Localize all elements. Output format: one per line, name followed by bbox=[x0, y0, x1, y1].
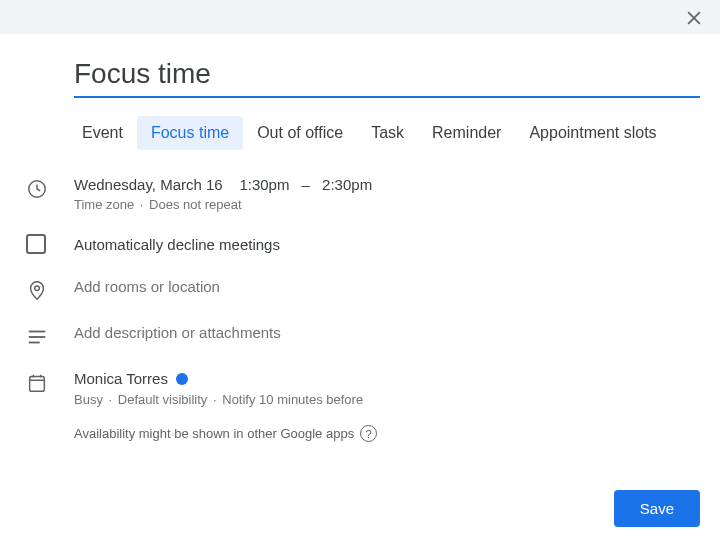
location-placeholder: Add rooms or location bbox=[74, 278, 700, 295]
dialog-header bbox=[0, 0, 720, 34]
datetime-row: Wednesday, March 16 1:30pm – 2:30pm Time… bbox=[26, 176, 700, 212]
svg-rect-6 bbox=[29, 342, 40, 344]
event-type-tabs: Event Focus time Out of office Task Remi… bbox=[68, 116, 700, 150]
description-row[interactable]: Add description or attachments bbox=[26, 324, 700, 348]
auto-decline-row: Automatically decline meetings bbox=[26, 234, 700, 254]
location-pin-icon bbox=[26, 278, 74, 302]
tab-reminder[interactable]: Reminder bbox=[418, 116, 515, 150]
time-dash: – bbox=[302, 176, 310, 193]
date-field[interactable]: Wednesday, March 16 bbox=[74, 176, 223, 193]
location-row[interactable]: Add rooms or location bbox=[26, 278, 700, 302]
title-input[interactable] bbox=[74, 58, 700, 98]
notification-status: Notify 10 minutes before bbox=[222, 392, 363, 407]
availability-note: Availability might be shown in other Goo… bbox=[74, 426, 354, 441]
close-icon bbox=[684, 8, 704, 28]
busy-status: Busy bbox=[74, 392, 103, 407]
tab-event[interactable]: Event bbox=[68, 116, 137, 150]
recurrence-link[interactable]: Does not repeat bbox=[149, 197, 242, 212]
tab-focus-time[interactable]: Focus time bbox=[137, 116, 243, 150]
timezone-link[interactable]: Time zone bbox=[74, 197, 134, 212]
description-placeholder: Add description or attachments bbox=[74, 324, 700, 341]
organizer-name: Monica Torres bbox=[74, 370, 168, 387]
tab-appointment-slots[interactable]: Appointment slots bbox=[515, 116, 670, 150]
svg-rect-7 bbox=[30, 377, 45, 392]
calendar-color-dot bbox=[176, 373, 188, 385]
calendar-icon bbox=[26, 370, 74, 394]
availability-note-row: Availability might be shown in other Goo… bbox=[26, 429, 700, 442]
description-icon bbox=[26, 324, 74, 348]
visibility-status: Default visibility bbox=[118, 392, 208, 407]
auto-decline-checkbox[interactable] bbox=[26, 234, 46, 254]
event-editor: Event Focus time Out of office Task Remi… bbox=[0, 34, 720, 442]
svg-rect-4 bbox=[29, 331, 46, 333]
tab-out-of-office[interactable]: Out of office bbox=[243, 116, 357, 150]
organizer-row[interactable]: Monica Torres Busy · Default visibility … bbox=[26, 370, 700, 407]
svg-rect-5 bbox=[29, 336, 46, 338]
start-time-field[interactable]: 1:30pm bbox=[239, 176, 289, 193]
help-icon[interactable]: ? bbox=[360, 425, 377, 442]
clock-icon bbox=[26, 176, 74, 200]
close-button[interactable] bbox=[682, 6, 706, 30]
tab-task[interactable]: Task bbox=[357, 116, 418, 150]
auto-decline-label: Automatically decline meetings bbox=[74, 236, 700, 253]
end-time-field[interactable]: 2:30pm bbox=[322, 176, 372, 193]
save-button[interactable]: Save bbox=[614, 490, 700, 527]
svg-point-3 bbox=[35, 286, 40, 291]
